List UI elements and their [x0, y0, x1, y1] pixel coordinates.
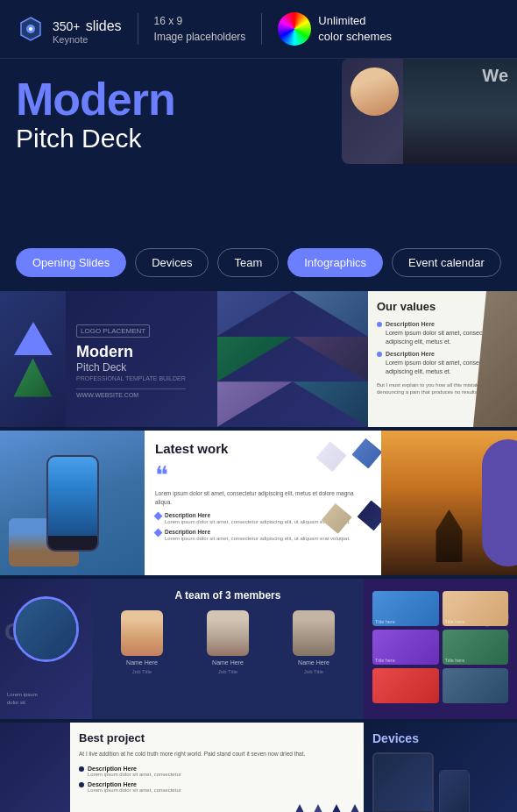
portfolio-item-3: Title here: [372, 630, 439, 665]
bp-dot-1: [79, 766, 84, 772]
member-role-3: Job Title: [304, 669, 323, 674]
divider-1: [138, 13, 138, 45]
tag-team[interactable]: Team: [217, 248, 279, 277]
slide-pitch-subtitle: Pitch Deck: [76, 361, 186, 374]
best-project-desc: At I live addition at he cold truth more…: [79, 750, 355, 759]
top-bar: 350+ slides Keynote 16 x 9 Image placeho…: [0, 0, 517, 59]
member-role-2: Job Title: [218, 669, 237, 674]
format-info: 16 x 9 Image placeholders: [154, 13, 246, 45]
color-info: Unlimited color schemes: [278, 12, 392, 46]
port-label-1: Title here: [375, 619, 395, 624]
purple-blob-decoration: [482, 439, 517, 566]
triangles-background: [217, 291, 369, 427]
color-wheel-icon: [278, 12, 311, 46]
port-label-4: Title here: [445, 658, 465, 663]
member-name-3: Name Here: [298, 659, 329, 666]
tag-devices[interactable]: Devices: [135, 248, 209, 277]
team-members: Name Here Job Title Name Here Job Title …: [103, 610, 353, 674]
team-member-1: Name Here Job Title: [121, 610, 163, 674]
member-photo-2: [207, 610, 249, 656]
bp-item-2: Description Here Lorem ipsum dolor sit a…: [79, 781, 355, 793]
port-label-2: Title here: [445, 619, 465, 624]
tag-event-calendar[interactable]: Event calendar: [392, 248, 501, 277]
triangle-blue: [14, 322, 53, 355]
diamond-images: [315, 437, 381, 565]
keynote-icon: [16, 14, 46, 44]
bp-dot-2: [79, 782, 84, 787]
member-name-2: Name Here: [212, 659, 244, 666]
diamond-icon-1: [154, 511, 163, 520]
portfolio-item-5: [372, 668, 439, 703]
slide-builder-text: PROFESSIONAL TEMPLATE BUILDER: [76, 375, 186, 381]
bp-item-1-title: Description Here: [88, 766, 181, 772]
slide-sunset: [381, 431, 517, 575]
devices-title: Devices: [372, 731, 508, 745]
slide-modern-title: Modern: [76, 343, 186, 361]
slide-small-text: Lorem ipsumdolor sit: [7, 691, 38, 706]
value-dot-1: [377, 322, 382, 327]
diamond-icon-2: [154, 528, 163, 537]
slide-circular: C Lorem ipsumdolor sit: [0, 579, 92, 719]
slide-phone: [0, 431, 145, 575]
preview-we-text: We: [482, 66, 508, 86]
sunset-people-silhouette: [428, 509, 471, 562]
team-title: A team of 3 members: [103, 589, 353, 602]
slide-row-4: 2022 Best project At I live addition at …: [0, 723, 517, 812]
preview-grid: LOGO PLACEMENT Modern Pitch Deck PROFESS…: [0, 291, 517, 812]
tag-opening-slides[interactable]: Opening Slides: [16, 248, 126, 277]
triangle-grid-bg: [291, 804, 364, 812]
team-member-3: Name Here Job Title: [293, 610, 335, 674]
portfolio-item-4: Title here: [443, 630, 509, 665]
portfolio-item-1: Title here: [372, 591, 439, 626]
portfolio-grid: Title here Title here Title here Title h…: [372, 591, 508, 703]
member-photo-3: [293, 610, 335, 656]
preview-person-circle: [351, 68, 399, 116]
bp-item-2-title: Description Here: [88, 781, 181, 787]
portfolio-item-6: [443, 668, 509, 703]
circle-city-image: [13, 596, 79, 662]
member-name-1: Name Here: [126, 659, 158, 666]
slide-row-3: C Lorem ipsumdolor sit A team of 3 membe…: [0, 579, 517, 719]
format-sub: Image placeholders: [154, 29, 246, 45]
slide-best-project: Best project At I live addition at he co…: [70, 723, 364, 812]
phone-mockup: [46, 455, 99, 552]
tablet-screen: [374, 754, 432, 811]
slide-year: 2022: [0, 723, 70, 812]
team-member-2: Name Here Job Title: [207, 610, 249, 674]
hero-preview-card: We: [342, 59, 517, 164]
format-text: 16 x 9: [154, 13, 246, 29]
slide-row-2: Latest work ❝ Lorem ipsum dolor sit amet…: [0, 431, 517, 575]
phone-small-screen: [440, 771, 469, 812]
hero-section: We Modern Pitch Deck: [0, 59, 517, 234]
slide-url: WWW.WEBSITE.COM: [76, 388, 186, 398]
bp-item-1-text: Lorem ipsum dolor sit amet, consectetur: [88, 772, 181, 777]
divider-2: [261, 13, 262, 45]
slide-main-keynote: LOGO PLACEMENT Modern Pitch Deck PROFESS…: [66, 291, 368, 427]
slide-triangle-left: [0, 291, 66, 427]
member-role-1: Job Title: [132, 669, 152, 674]
slide-latest-work: Latest work ❝ Lorem ipsum dolor sit amet…: [145, 431, 381, 575]
tags-row: Opening Slides Devices Team Infographics…: [0, 234, 517, 291]
slide-row-1: LOGO PLACEMENT Modern Pitch Deck PROFESS…: [0, 291, 517, 427]
device-mockup-area: [372, 752, 508, 812]
slide-devices: Devices: [364, 723, 517, 812]
bp-item-2-text: Lorem ipsum dolor sit amet, consectetur: [88, 787, 181, 793]
member-photo-1: [121, 610, 163, 656]
port-label-3: Title here: [375, 658, 395, 663]
triangle-image: [14, 359, 53, 397]
slides-count: 350+ slides: [53, 13, 122, 36]
unlimited-text: Unlimited color schemes: [318, 13, 392, 45]
slide-team: A team of 3 members Name Here Job Title …: [92, 579, 364, 719]
bp-item-1: Description Here Lorem ipsum dolor sit a…: [79, 766, 355, 777]
portfolio-item-2: Title here: [443, 591, 509, 626]
svg-point-2: [29, 27, 32, 31]
phone-small-mockup: [439, 770, 470, 812]
tag-infographics[interactable]: Infographics: [287, 248, 383, 277]
slide-portfolio: po folio Title here Title here Title her…: [364, 579, 517, 719]
slide-values-card: Our values Description Here Lorem ipsum …: [368, 291, 517, 427]
value-dot-2: [377, 352, 382, 357]
logo-placeholder: LOGO PLACEMENT: [76, 324, 150, 338]
tablet-mockup: [372, 752, 434, 812]
best-project-title: Best project: [79, 731, 355, 744]
slides-info: 350+ slides Keynote: [16, 13, 122, 45]
